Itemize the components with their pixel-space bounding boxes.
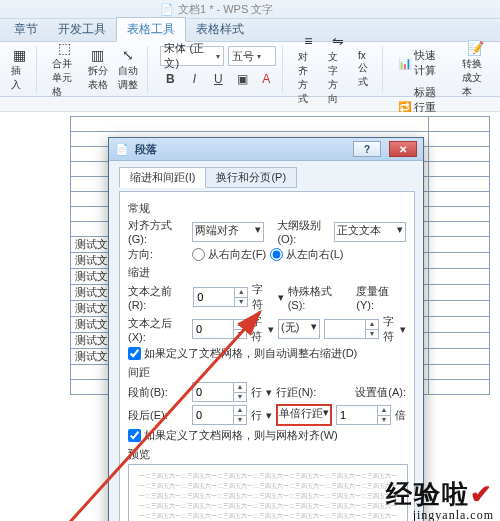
- label-outline: 大纲级别(O):: [277, 218, 329, 245]
- preview-line: 一二三四五六一二三四五六一二三四五六一二三四五六一二三四五六一二三四五六一二三四…: [139, 511, 397, 521]
- fast-calc-button[interactable]: 📊 快速计算: [395, 46, 441, 80]
- label-direction: 方向:: [128, 247, 188, 262]
- fastcalc-label: 快速计算: [414, 48, 438, 78]
- dialog-title-bar[interactable]: 📄 段落 ? ✕: [109, 138, 423, 161]
- merge-button[interactable]: ⬚ 合并单元格: [49, 38, 81, 101]
- unit-bei: 倍: [395, 408, 406, 423]
- outline-value: 正文文本: [337, 223, 381, 241]
- special-select[interactable]: (无)▾: [278, 319, 320, 339]
- bold-button[interactable]: B: [160, 69, 180, 89]
- outline-select[interactable]: 正文文本▾: [334, 222, 406, 242]
- align-value: 两端对齐: [195, 223, 239, 241]
- tab-indent-spacing[interactable]: 缩进和间距(I): [119, 167, 206, 188]
- formula-button[interactable]: fx 公式: [355, 48, 376, 91]
- unit-char1: 字符: [252, 282, 274, 312]
- tab-section[interactable]: 章节: [4, 18, 48, 41]
- unit-char3: 字符: [383, 314, 396, 344]
- chevron-down-icon: ▾: [311, 320, 317, 338]
- dialog-icon: 📄: [115, 143, 129, 156]
- label-measure: 度量值(Y):: [356, 284, 406, 311]
- chevron-down-icon: ▾: [257, 52, 261, 61]
- preview-line: 一二三四五六一二三四五六一二三四五六一二三四五六一二三四五六一二三四五六一二三四…: [139, 471, 397, 481]
- size-combo[interactable]: 五号▾: [228, 46, 276, 66]
- unit-line1: 行: [251, 385, 262, 400]
- chevron-down-icon: ▾: [216, 52, 220, 61]
- preview-line: 一二三四五六一二三四五六一二三四五六一二三四五六一二三四五六一二三四五六一二三四…: [139, 501, 397, 511]
- highlight-button[interactable]: ▣: [232, 69, 252, 89]
- label-align: 对齐方式(G):: [128, 218, 188, 245]
- help-button[interactable]: ?: [353, 141, 381, 157]
- label-space-after: 段后(E):: [128, 408, 188, 423]
- unit-char2: 字符: [251, 314, 264, 344]
- section-spacing: 间距: [128, 365, 406, 380]
- font-color-button[interactable]: A: [256, 69, 276, 89]
- linespacing-value: 单倍行距: [279, 406, 323, 424]
- label-linespacing: 行距(N):: [276, 385, 316, 400]
- section-general: 常规: [128, 201, 406, 216]
- auto-indent-label: 如果定义了文档网格，则自动调整右缩进(D): [144, 346, 357, 361]
- tab-table-style[interactable]: 表格样式: [186, 18, 254, 41]
- font-value: 宋体 (正文): [164, 41, 213, 71]
- snap-grid-check[interactable]: 如果定义了文档网格，则与网格对齐(W): [128, 428, 338, 443]
- split-label: 拆分表格: [88, 64, 108, 92]
- italic-button[interactable]: I: [184, 69, 204, 89]
- watermark-text: 经验啦: [386, 480, 470, 509]
- doc-icon: 📄: [160, 3, 174, 16]
- textdir-label: 文字方向: [328, 50, 348, 106]
- insert-label: 插入: [11, 64, 27, 92]
- align-button[interactable]: ≡ 对齐方式: [295, 31, 321, 108]
- tab-table-tools[interactable]: 表格工具: [116, 17, 186, 42]
- dialog-tabs: 缩进和间距(I) 换行和分页(P): [119, 167, 415, 188]
- text-before-spin[interactable]: ▲▼: [193, 287, 248, 307]
- dir-ltr-label: 从左向右(L): [286, 247, 343, 262]
- align-icon: ≡: [300, 33, 316, 49]
- preview-line: 一二三四五六一二三四五六一二三四五六一二三四五六一二三四五六一二三四五六一二三四…: [139, 491, 397, 501]
- check-icon: ✔: [470, 480, 494, 509]
- text-direction-button[interactable]: ⇋ 文字方向: [325, 31, 351, 108]
- autofit-icon: ⤡: [120, 47, 136, 63]
- autofit-label: 自动调整: [118, 64, 138, 92]
- snap-grid-label: 如果定义了文档网格，则与网格对齐(W): [144, 428, 338, 443]
- dir-ltr-radio[interactable]: 从左向右(L): [270, 247, 343, 262]
- space-before-spin[interactable]: ▲▼: [192, 382, 247, 402]
- preview-box: 一二三四五六一二三四五六一二三四五六一二三四五六一二三四五六一二三四五六一二三四…: [128, 464, 408, 521]
- setvalue-spin[interactable]: ▲▼: [336, 405, 391, 425]
- close-button[interactable]: ✕: [389, 141, 417, 157]
- ribbon: ▦ 插入 ⬚ 合并单元格 ▥ 拆分表格 ⤡ 自动调整 宋体 (正文)▾ 五号▾ …: [0, 42, 500, 97]
- autofit-button[interactable]: ⤡ 自动调整: [115, 45, 141, 94]
- split-icon: ▥: [90, 47, 106, 63]
- insert-button[interactable]: ▦ 插入: [8, 45, 30, 94]
- label-special: 特殊格式(S):: [288, 284, 349, 311]
- space-after-spin[interactable]: ▲▼: [192, 405, 247, 425]
- linespacing-select[interactable]: 单倍行距▾: [276, 404, 332, 426]
- app-title-bar: 📄 文档1 * - WPS 文字: [0, 0, 500, 19]
- dialog-title: 段落: [135, 142, 157, 157]
- preview-line: 一二三四五六一二三四五六一二三四五六一二三四五六一二三四五六一二三四五六一二三四…: [139, 481, 397, 491]
- split-button[interactable]: ▥ 拆分表格: [85, 45, 111, 94]
- watermark: 经验啦✔ jingyanla.com: [386, 477, 494, 521]
- merge-icon: ⬚: [57, 40, 73, 56]
- unit-line2: 行: [251, 408, 262, 423]
- convert-button[interactable]: 📝 转换成文本: [459, 38, 492, 101]
- document-area: 测试文字 测试文字 测试文字 测试文字 测试文字 测试文字 测试文字 测试文字 …: [0, 112, 500, 521]
- section-preview: 预览: [128, 447, 406, 462]
- paragraph-dialog: 📄 段落 ? ✕ 缩进和间距(I) 换行和分页(P) 常规 对齐方式(G): 两…: [108, 137, 424, 521]
- dir-rtl-label: 从右向左(F): [208, 247, 266, 262]
- tab-line-page[interactable]: 换行和分页(P): [205, 167, 297, 188]
- label-space-before: 段前(B):: [128, 385, 188, 400]
- auto-indent-check[interactable]: 如果定义了文档网格，则自动调整右缩进(D): [128, 346, 357, 361]
- special-value: (无): [281, 320, 299, 338]
- align-label: 对齐方式: [298, 50, 318, 106]
- section-indent: 缩进: [128, 265, 406, 280]
- dir-rtl-radio[interactable]: 从右向左(F): [192, 247, 266, 262]
- text-after-spin[interactable]: ▲▼: [192, 319, 247, 339]
- insert-icon: ▦: [11, 47, 27, 63]
- align-select[interactable]: 两端对齐▾: [192, 222, 264, 242]
- underline-button[interactable]: U: [208, 69, 228, 89]
- font-combo[interactable]: 宋体 (正文)▾: [160, 46, 224, 66]
- label-text-after: 文本之后(X):: [128, 316, 188, 343]
- convert-icon: 📝: [467, 40, 483, 56]
- chevron-down-icon: ▾: [255, 223, 261, 241]
- formula-label: fx 公式: [358, 50, 373, 89]
- measure-spin[interactable]: ▲▼: [324, 319, 379, 339]
